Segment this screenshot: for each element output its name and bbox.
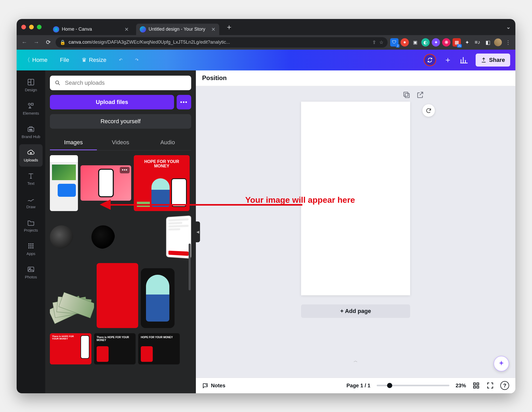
new-tab-button[interactable]: ＋ — [223, 21, 235, 34]
add-collaborator-button[interactable]: ＋ — [443, 56, 452, 64]
svg-rect-22 — [477, 386, 479, 388]
profile-avatar[interactable] — [494, 38, 502, 46]
extension-icon[interactable]: ▦25 — [453, 38, 461, 47]
fullscreen-icon[interactable] — [486, 382, 494, 389]
tab-videos[interactable]: Videos — [97, 135, 144, 150]
extension-icon[interactable]: ● — [401, 38, 409, 47]
help-button[interactable]: ? — [500, 381, 509, 390]
upload-thumbnail[interactable] — [50, 225, 73, 249]
share-button[interactable]: Share — [476, 54, 510, 67]
svg-rect-19 — [474, 383, 476, 385]
upload-thumbnail[interactable]: There is HOPE FOR YOUR MONEY — [50, 333, 91, 364]
rail-draw[interactable]: Draw — [19, 191, 43, 213]
design-page[interactable] — [301, 102, 410, 295]
page-indicator[interactable]: Page 1 / 1 — [347, 383, 370, 389]
rail-projects[interactable]: Projects — [19, 214, 43, 237]
back-button[interactable]: ← — [20, 38, 29, 47]
rail-uploads[interactable]: Uploads — [19, 144, 43, 167]
chrome-menu-icon[interactable]: ⋮ — [504, 39, 512, 45]
upload-thumbnail[interactable] — [50, 292, 94, 328]
close-tab-icon[interactable]: ✕ — [124, 26, 129, 32]
reload-button[interactable]: ⟳ — [44, 38, 53, 47]
address-bar[interactable]: 🔒 canva.com/design/DAFlA3gZWEc/KwqNed0Up… — [56, 37, 388, 48]
tab-audio[interactable]: Audio — [144, 135, 191, 150]
home-button[interactable]: 〈 Home — [22, 54, 50, 66]
side-panel-icon[interactable]: ◧ — [484, 39, 492, 45]
footer-pull-handle[interactable]: ︿ — [348, 359, 363, 363]
close-tab-icon[interactable]: ✕ — [211, 26, 216, 32]
svg-point-1 — [28, 103, 30, 105]
upload-thumbnail[interactable] — [50, 155, 78, 211]
rail-photos[interactable]: Photos — [19, 261, 43, 284]
rail-brand-hub[interactable]: CO. Brand Hub — [19, 121, 43, 143]
design-stage[interactable]: ◀ + Add page ︿ — [196, 86, 515, 378]
thumbnail-more-icon[interactable]: ••• — [120, 167, 130, 173]
upload-files-button[interactable]: Upload files — [50, 95, 174, 109]
upload-thumbnail[interactable] — [166, 215, 191, 259]
tab-overflow-button[interactable]: ⌄ — [506, 24, 511, 30]
upload-more-button[interactable]: ••• — [177, 95, 191, 109]
extension-bitwarden[interactable]: 🛡2 — [390, 38, 398, 47]
upload-thumbnail[interactable] — [97, 263, 138, 328]
uploads-grid[interactable]: ••• HOPE FOR YOUR MONEY — [50, 155, 191, 388]
magic-button[interactable] — [494, 356, 509, 371]
record-yourself-button[interactable]: Record yourself — [50, 114, 191, 129]
upload-thumbnail[interactable]: There is HOPE FOR YOUR MONEY — [94, 333, 136, 364]
maximize-window-button[interactable] — [37, 25, 42, 29]
add-page-button[interactable]: + Add page — [301, 304, 410, 318]
analytics-button[interactable] — [460, 56, 468, 64]
canvas-area: Position ◀ + Add page ︿ — [196, 70, 515, 393]
svg-point-16 — [56, 81, 59, 84]
undo-button[interactable]: ↶ — [116, 56, 125, 64]
rail-text[interactable]: Text — [19, 168, 43, 190]
tab-images[interactable]: Images — [50, 135, 97, 150]
forward-button[interactable]: → — [32, 38, 41, 47]
page-sync-button[interactable] — [422, 104, 435, 117]
sync-status-highlighted[interactable] — [424, 54, 436, 66]
browser-window: Home - Canva ✕ Untitled design - Your St… — [17, 19, 515, 393]
minimize-window-button[interactable] — [29, 25, 34, 29]
browser-tab-home-canva[interactable]: Home - Canva ✕ — [49, 24, 132, 35]
open-external-icon[interactable] — [416, 91, 424, 99]
rail-elements[interactable]: Elements — [19, 97, 43, 120]
upload-thumbnail[interactable] — [91, 225, 115, 249]
extension-icon[interactable]: ◐ — [421, 38, 430, 47]
svg-rect-17 — [404, 92, 408, 96]
search-uploads[interactable] — [50, 76, 191, 90]
redo-button[interactable]: ↷ — [132, 56, 141, 64]
extensions-menu-icon[interactable]: ✦ — [463, 39, 471, 45]
upload-thumbnail[interactable]: HOPE FOR YOUR MONEY — [134, 155, 190, 211]
rail-design[interactable]: Design — [19, 74, 43, 96]
text-icon — [27, 172, 35, 180]
svg-rect-20 — [477, 383, 479, 385]
file-menu[interactable]: File — [57, 55, 72, 66]
notes-button[interactable]: Notes — [202, 382, 225, 389]
browser-tab-untitled-design[interactable]: Untitled design - Your Story ✕ — [136, 24, 219, 35]
cloud-upload-icon — [27, 148, 35, 156]
upload-thumbnail[interactable] — [141, 268, 175, 328]
zoom-slider[interactable] — [377, 385, 449, 386]
rail-apps[interactable]: Apps — [19, 238, 43, 260]
collapse-panel-handle[interactable]: ◀ — [196, 221, 200, 242]
svg-point-11 — [28, 247, 30, 248]
share-url-icon[interactable]: ⇪ — [372, 40, 376, 45]
draw-icon — [27, 195, 35, 203]
extension-icon[interactable]: ▣ — [411, 38, 419, 47]
search-input[interactable] — [64, 79, 187, 87]
grid-view-icon[interactable] — [472, 382, 480, 389]
upload-thumbnail[interactable]: HOPE FOR YOUR MONEY — [138, 333, 180, 364]
panel-scrollbar[interactable] — [189, 244, 191, 290]
reading-list-icon[interactable]: ≡♪ — [473, 39, 482, 45]
close-window-button[interactable] — [21, 25, 26, 29]
upload-thumbnail[interactable]: ••• — [81, 165, 131, 201]
upload-tabs: Images Videos Audio — [50, 135, 191, 151]
extension-icons: 🛡2 ● ▣ ◐ ✦ ❋ ▦25 ✦ ≡♪ ◧ ⋮ — [390, 38, 512, 47]
bookmark-icon[interactable]: ☆ — [379, 40, 383, 45]
zoom-value[interactable]: 23% — [456, 383, 466, 389]
resize-button[interactable]: ♛ Resize — [79, 55, 109, 66]
briefcase-icon: CO. — [27, 125, 35, 133]
extension-icon[interactable]: ❋ — [442, 38, 450, 47]
extension-icon[interactable]: ✦ — [432, 38, 440, 47]
duplicate-page-icon[interactable] — [402, 91, 411, 99]
position-button[interactable]: Position — [202, 74, 227, 82]
